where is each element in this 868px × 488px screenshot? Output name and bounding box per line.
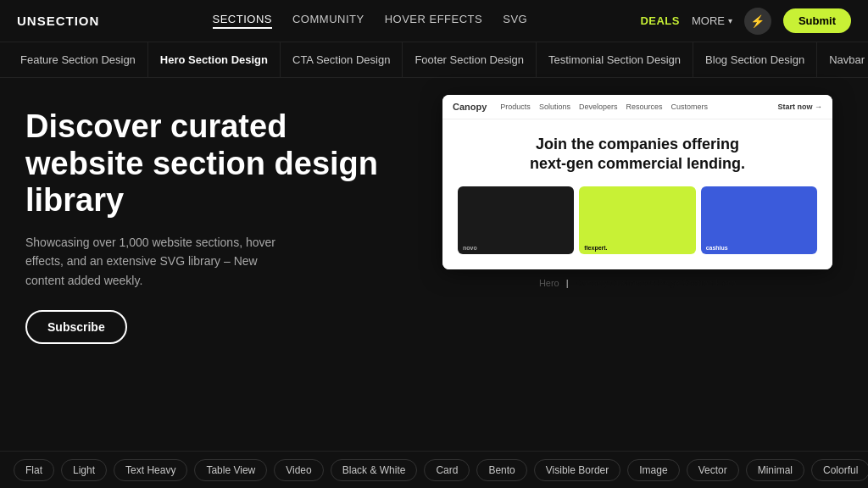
preview-card-yellow-label: flexpert. [584, 245, 607, 251]
preview-nav-solutions: Solutions [539, 103, 570, 111]
logo: UNSECTION [17, 14, 99, 28]
preview-nav: Products Solutions Developers Resources … [500, 103, 708, 111]
chevron-down-icon: ▾ [728, 16, 732, 25]
tab-feature-section[interactable]: Feature Section Design [8, 42, 148, 78]
filter-video[interactable]: Video [274, 459, 323, 481]
tab-hero-section[interactable]: Hero Section Design [148, 42, 281, 78]
caption-separator: | [566, 278, 569, 288]
filter-colorful[interactable]: Colorful [811, 459, 868, 481]
filter-visible-border[interactable]: Visible Border [534, 459, 620, 481]
filter-bar: Flat Light Text Heavy Table View Video B… [0, 451, 868, 488]
preview-card-novo-label: novo [463, 245, 477, 251]
filter-table-view[interactable]: Table View [194, 459, 267, 481]
subscribe-button[interactable]: Subscribe [25, 310, 127, 344]
nav-svg[interactable]: SVG [503, 13, 527, 29]
tab-navbar-design[interactable]: Navbar Design [817, 42, 868, 78]
hero-right: Canopy Products Solutions Developers Res… [415, 78, 868, 451]
tab-blog-section[interactable]: Blog Section Design [693, 42, 817, 78]
filter-black-white[interactable]: Black & White [331, 459, 418, 481]
nav-sections[interactable]: SECTIONS [213, 13, 272, 29]
tab-testimonial-section[interactable]: Testimonial Section Design [537, 42, 693, 78]
hero-title: Discover curated website section design … [25, 108, 390, 219]
navbar: UNSECTION SECTIONS COMMUNITY HOVER EFFEC… [0, 0, 868, 42]
hero-left: Discover curated website section design … [0, 78, 415, 451]
preview-caption: Hero | Canopy Customers Page Section Her… [536, 278, 739, 288]
main-content: Discover curated website section design … [0, 78, 868, 451]
preview-start-link: Start now → [777, 103, 822, 111]
preview-card: Canopy Products Solutions Developers Res… [442, 95, 832, 269]
filter-text-heavy[interactable]: Text Heavy [114, 459, 187, 481]
more-button[interactable]: MORE ▾ [692, 14, 732, 27]
tabs-bar: Feature Section Design Hero Section Desi… [0, 42, 868, 78]
preview-card-blue-label: cashius [706, 245, 728, 251]
caption-section-name: Canopy Customers Page Section Hero [576, 278, 737, 288]
preview-topbar: Canopy Products Solutions Developers Res… [442, 95, 832, 119]
filter-minimal[interactable]: Minimal [746, 459, 804, 481]
notifications-button[interactable]: ⚡ [744, 8, 771, 35]
preview-headline: Join the companies offeringnext-gen comm… [458, 135, 817, 175]
preview-logo: Canopy [453, 102, 487, 112]
tab-footer-section[interactable]: Footer Section Design [403, 42, 537, 78]
navbar-right: DEALS MORE ▾ ⚡ Submit [640, 8, 851, 35]
deals-link[interactable]: DEALS [640, 14, 680, 27]
filter-card[interactable]: Card [424, 459, 470, 481]
nav-links: SECTIONS COMMUNITY HOVER EFFECTS SVG [213, 13, 528, 29]
nav-community[interactable]: COMMUNITY [292, 13, 364, 29]
filter-vector[interactable]: Vector [687, 459, 739, 481]
preview-nav-products: Products [500, 103, 531, 111]
submit-button[interactable]: Submit [783, 8, 851, 33]
preview-cards-row: novo flexpert. cashius [458, 186, 817, 254]
preview-card-blue: cashius [701, 186, 817, 254]
filter-light[interactable]: Light [61, 459, 107, 481]
filter-flat[interactable]: Flat [14, 459, 54, 481]
preview-body: Join the companies offeringnext-gen comm… [442, 119, 832, 269]
hero-subtitle: Showcasing over 1,000 website sections, … [25, 233, 288, 290]
preview-nav-customers: Customers [670, 103, 708, 111]
preview-nav-developers: Developers [579, 103, 618, 111]
nav-hover-effects[interactable]: HOVER EFFECTS [385, 13, 483, 29]
preview-card-yellow: flexpert. [579, 186, 695, 254]
filter-bento[interactable]: Bento [476, 459, 526, 481]
filter-image[interactable]: Image [627, 459, 679, 481]
preview-nav-resources: Resources [626, 103, 662, 111]
tab-cta-section[interactable]: CTA Section Design [281, 42, 403, 78]
caption-hero-label: Hero [539, 278, 559, 288]
preview-card-novo: novo [458, 186, 574, 254]
